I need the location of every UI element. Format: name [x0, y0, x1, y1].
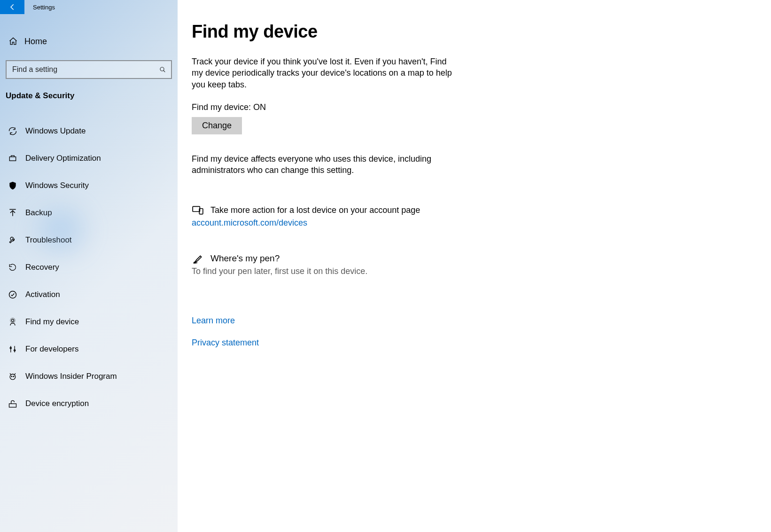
- svg-point-10: [11, 376, 12, 377]
- svg-point-4: [9, 291, 16, 298]
- sidebar-item-label: Recovery: [25, 263, 59, 272]
- sidebar-item-label: For developers: [25, 344, 78, 354]
- devices-icon: [192, 204, 204, 216]
- pen-title: Where's my pen?: [210, 253, 280, 264]
- sidebar-item-label: Windows Security: [25, 181, 89, 190]
- sidebar-item-windows-update[interactable]: Windows Update: [0, 117, 178, 145]
- sidebar-item-label: Windows Update: [25, 126, 86, 136]
- insider-icon: [8, 371, 18, 382]
- footer-links: Learn more Privacy statement: [192, 314, 757, 348]
- home-icon: [8, 37, 18, 46]
- back-button[interactable]: [0, 0, 24, 14]
- search-wrap: [6, 60, 172, 79]
- backup-icon: [8, 208, 18, 218]
- svg-point-9: [10, 374, 16, 380]
- svg-rect-12: [9, 404, 16, 407]
- svg-point-5: [12, 319, 14, 321]
- sidebar-item-label: Backup: [25, 208, 52, 218]
- sidebar: Settings Home Update & Security W: [0, 0, 178, 532]
- lock-icon: [8, 399, 18, 409]
- sidebar-item-activation[interactable]: Activation: [0, 281, 178, 308]
- svg-point-0: [160, 67, 164, 71]
- learn-more-link[interactable]: Learn more: [192, 316, 757, 326]
- change-button[interactable]: Change: [192, 117, 242, 134]
- svg-point-11: [13, 376, 14, 377]
- sidebar-item-label: Delivery Optimization: [25, 154, 101, 163]
- main-content: Find my device Track your device if you …: [178, 0, 771, 532]
- sidebar-item-label: Activation: [25, 290, 60, 299]
- status-line: Find my device: ON: [192, 102, 757, 112]
- delivery-icon: [8, 153, 18, 164]
- privacy-link[interactable]: Privacy statement: [192, 338, 757, 348]
- intro-text: Track your device if you think you've lo…: [192, 56, 455, 90]
- sidebar-item-label: Windows Insider Program: [25, 372, 117, 381]
- svg-point-6: [10, 318, 15, 323]
- note-text: Find my device affects everyone who uses…: [192, 153, 455, 176]
- sidebar-item-device-encryption[interactable]: Device encryption: [0, 390, 178, 417]
- home-nav[interactable]: Home: [0, 31, 178, 52]
- account-action-row: Take more action for a lost device on yo…: [192, 204, 757, 216]
- account-action-text: Take more action for a lost device on yo…: [210, 205, 420, 215]
- titlebar: Settings: [0, 0, 178, 14]
- shield-icon: [8, 180, 18, 191]
- account-link[interactable]: account.microsoft.com/devices: [192, 218, 307, 228]
- tools-icon: [8, 344, 18, 354]
- sidebar-item-insider-program[interactable]: Windows Insider Program: [0, 363, 178, 390]
- arrow-left-icon: [8, 3, 16, 11]
- pen-icon: [192, 252, 204, 265]
- search-icon: [159, 66, 166, 73]
- sidebar-item-delivery-optimization[interactable]: Delivery Optimization: [0, 145, 178, 172]
- sidebar-item-for-developers[interactable]: For developers: [0, 336, 178, 363]
- wrench-icon: [8, 235, 18, 245]
- sidebar-item-find-my-device[interactable]: Find my device: [0, 308, 178, 336]
- refresh-icon: [8, 126, 18, 136]
- search-input[interactable]: [12, 65, 159, 74]
- sidebar-item-label: Device encryption: [25, 399, 89, 408]
- svg-line-1: [164, 70, 165, 72]
- search-box[interactable]: [6, 60, 172, 79]
- page-title: Find my device: [192, 22, 757, 42]
- sidebar-item-recovery[interactable]: Recovery: [0, 254, 178, 281]
- sidebar-item-backup[interactable]: Backup: [0, 199, 178, 227]
- home-label: Home: [24, 37, 47, 47]
- check-circle-icon: [8, 289, 18, 300]
- pen-row: Where's my pen?: [192, 252, 757, 265]
- pen-subtext: To find your pen later, first use it on …: [192, 266, 757, 276]
- svg-rect-2: [9, 157, 16, 161]
- sidebar-item-label: Troubleshoot: [25, 235, 72, 245]
- recovery-icon: [8, 262, 18, 273]
- sidebar-item-label: Find my device: [25, 317, 79, 327]
- app-title: Settings: [24, 4, 55, 11]
- svg-rect-13: [193, 207, 200, 212]
- nav-list: Windows Update Delivery Optimization Win…: [0, 117, 178, 417]
- sidebar-item-windows-security[interactable]: Windows Security: [0, 172, 178, 199]
- sidebar-item-troubleshoot[interactable]: Troubleshoot: [0, 227, 178, 254]
- locate-icon: [8, 317, 18, 327]
- section-title: Update & Security: [0, 79, 178, 104]
